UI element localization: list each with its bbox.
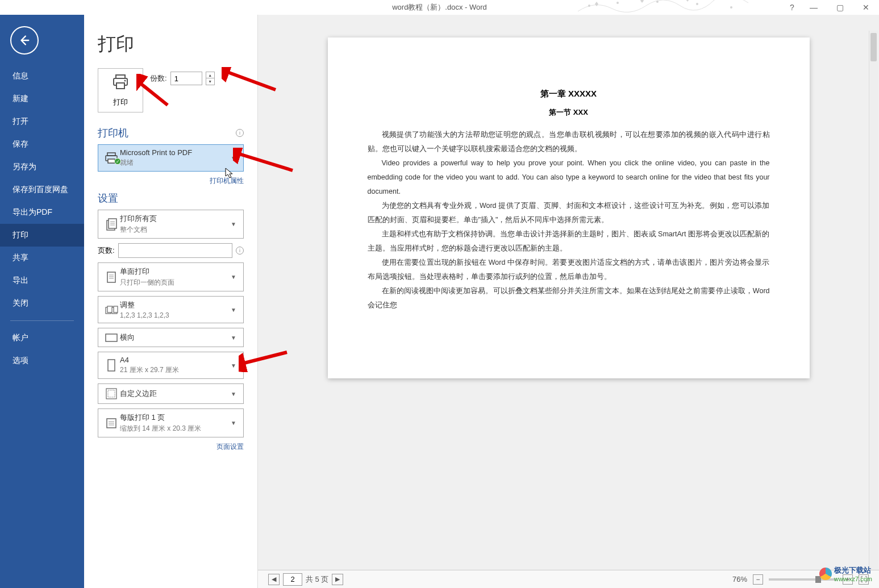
- print-preview-panel: 第一章 XXXXX 第一节 XXX 视频提供了功能强大的方法帮助您证明您的观点。…: [258, 15, 879, 588]
- doc-paragraph: 为使您的文档具有专业外观，Word 提供了页眉、页脚、封面和文本框设计，这些设计…: [368, 199, 770, 227]
- settings-section-label: 设置: [98, 191, 118, 205]
- nav-close[interactable]: 关闭: [0, 292, 84, 315]
- collate-title: 调整: [120, 300, 228, 310]
- prev-page-button[interactable]: ◀: [268, 574, 280, 585]
- pages-input[interactable]: [118, 243, 232, 258]
- printer-icon: [111, 74, 130, 94]
- zoom-level: 76%: [732, 575, 747, 583]
- page-title: 打印: [98, 32, 244, 57]
- sheets-icon: [103, 417, 120, 429]
- nav-account[interactable]: 帐户: [0, 327, 84, 349]
- chevron-down-icon: ▼: [228, 274, 239, 280]
- print-button-label: 打印: [113, 97, 128, 107]
- collate-icon: [103, 304, 120, 315]
- nav-info[interactable]: 信息: [0, 65, 84, 87]
- svg-point-8: [124, 80, 126, 81]
- close-button[interactable]: ✕: [853, 0, 879, 15]
- print-settings-panel: 打印 打印 份数: ▲ ▼ 打印机: [84, 15, 258, 588]
- copies-label: 份数:: [150, 73, 167, 84]
- collate-sub: 1,2,3 1,2,3 1,2,3: [120, 311, 228, 319]
- printer-dropdown[interactable]: ✓ Microsoft Print to PDF 就绪 ▼: [98, 144, 244, 172]
- nav-options[interactable]: 选项: [0, 349, 84, 372]
- margins-icon: [103, 387, 120, 400]
- copies-spinner[interactable]: ▲ ▼: [206, 72, 215, 85]
- preview-scrollbar[interactable]: [869, 31, 878, 570]
- collate-dropdown[interactable]: 调整 1,2,3 1,2,3 1,2,3 ▼: [98, 296, 244, 323]
- doc-section-title: 第一节 XXX: [368, 107, 770, 118]
- pages-info-icon[interactable]: i: [236, 247, 244, 255]
- zoom-out-button[interactable]: −: [753, 574, 763, 585]
- doc-paragraph: 使用在需要位置出现的新按钮在 Word 中保存时间。若要更改图片适应文档的方式，…: [368, 256, 770, 284]
- current-page-input[interactable]: [283, 573, 302, 586]
- maximize-button[interactable]: ▢: [827, 0, 853, 15]
- paper-icon: [103, 358, 120, 372]
- chevron-down-icon: ▼: [228, 420, 239, 426]
- svg-point-0: [588, 5, 590, 7]
- help-button[interactable]: ?: [784, 0, 801, 15]
- preview-footer: ◀ 共 5 页 ▶ 76% − + ⛶: [258, 570, 879, 588]
- svg-point-1: [616, 2, 619, 4]
- chevron-down-icon: ▼: [228, 155, 239, 161]
- copies-input[interactable]: [170, 72, 202, 85]
- margins-title: 自定义边距: [120, 389, 228, 399]
- svg-point-3: [696, 3, 698, 5]
- chevron-down-icon: ▼: [228, 391, 239, 397]
- range-title: 打印所有页: [120, 214, 228, 224]
- nav-print[interactable]: 打印: [0, 224, 84, 247]
- printer-section-label: 打印机: [98, 126, 128, 140]
- orientation-dropdown[interactable]: 横向 ▼: [98, 328, 244, 347]
- nav-share[interactable]: 共享: [0, 247, 84, 269]
- document-title: word教程（新）.docx - Word: [392, 2, 487, 12]
- nav-save[interactable]: 保存: [0, 133, 84, 156]
- printer-name: Microsoft Print to PDF: [120, 148, 228, 157]
- pages-label: 页数:: [98, 245, 115, 256]
- watermark-logo-icon: [819, 568, 832, 580]
- svg-rect-17: [107, 272, 115, 282]
- doc-paragraph: Video provides a powerful way to help yo…: [368, 156, 770, 199]
- nav-saveas[interactable]: 另存为: [0, 156, 84, 178]
- margins-dropdown[interactable]: 自定义边距 ▼: [98, 383, 244, 404]
- sheets-sub: 缩放到 14 厘米 x 20.3 厘米: [120, 424, 228, 433]
- pages-icon: [103, 218, 120, 231]
- chevron-down-icon: ▼: [228, 307, 239, 313]
- sheets-title: 每版打印 1 页: [120, 412, 228, 423]
- preview-page: 第一章 XXXXX 第一节 XXX 视频提供了功能强大的方法帮助您证明您的观点。…: [328, 37, 810, 378]
- doc-paragraph: 视频提供了功能强大的方法帮助您证明您的观点。当您单击联机视频时，可以在想要添加的…: [368, 128, 770, 156]
- back-button[interactable]: [10, 26, 39, 55]
- nav-export[interactable]: 导出: [0, 269, 84, 292]
- nav-separator: [10, 320, 74, 321]
- printer-ready-badge: ✓: [114, 158, 121, 165]
- nav-new[interactable]: 新建: [0, 87, 84, 110]
- sides-dropdown[interactable]: 单面打印 只打印一侧的页面 ▼: [98, 262, 244, 291]
- print-button[interactable]: 打印: [98, 68, 143, 112]
- paper-title: A4: [120, 356, 228, 364]
- watermark: 极光下载站 www.xz7.com: [819, 565, 872, 582]
- chevron-down-icon: ▼: [228, 335, 239, 341]
- svg-rect-7: [116, 83, 124, 89]
- paper-size-dropdown[interactable]: A4 21 厘米 x 29.7 厘米 ▼: [98, 352, 244, 379]
- doc-chapter-title: 第一章 XXXXX: [368, 89, 770, 99]
- printer-status: 就绪: [120, 158, 228, 168]
- minimize-button[interactable]: —: [801, 0, 827, 15]
- spinner-up-icon[interactable]: ▲: [206, 72, 214, 78]
- spinner-down-icon[interactable]: ▼: [206, 78, 214, 85]
- nav-save-baidu[interactable]: 保存到百度网盘: [0, 178, 84, 201]
- pages-per-sheet-dropdown[interactable]: 每版打印 1 页 缩放到 14 厘米 x 20.3 厘米 ▼: [98, 408, 244, 437]
- nav-export-pdf[interactable]: 导出为PDF: [0, 201, 84, 224]
- landscape-icon: [103, 332, 120, 343]
- page-setup-link[interactable]: 页面设置: [98, 442, 244, 452]
- print-range-dropdown[interactable]: 打印所有页 整个文档 ▼: [98, 210, 244, 239]
- svg-rect-26: [108, 360, 115, 371]
- chevron-down-icon: ▼: [228, 221, 239, 227]
- next-page-button[interactable]: ▶: [332, 574, 343, 585]
- single-side-icon: [103, 270, 120, 284]
- printer-info-icon[interactable]: i: [236, 129, 244, 137]
- paper-sub: 21 厘米 x 29.7 厘米: [120, 365, 228, 375]
- total-pages-label: 共 5 页: [306, 574, 328, 585]
- sides-sub: 只打印一侧的页面: [120, 278, 228, 287]
- nav-open[interactable]: 打开: [0, 110, 84, 133]
- printer-properties-link[interactable]: 打印机属性: [98, 176, 244, 186]
- svg-rect-24: [114, 306, 118, 312]
- range-sub: 整个文档: [120, 225, 228, 235]
- chevron-down-icon: ▼: [228, 362, 239, 369]
